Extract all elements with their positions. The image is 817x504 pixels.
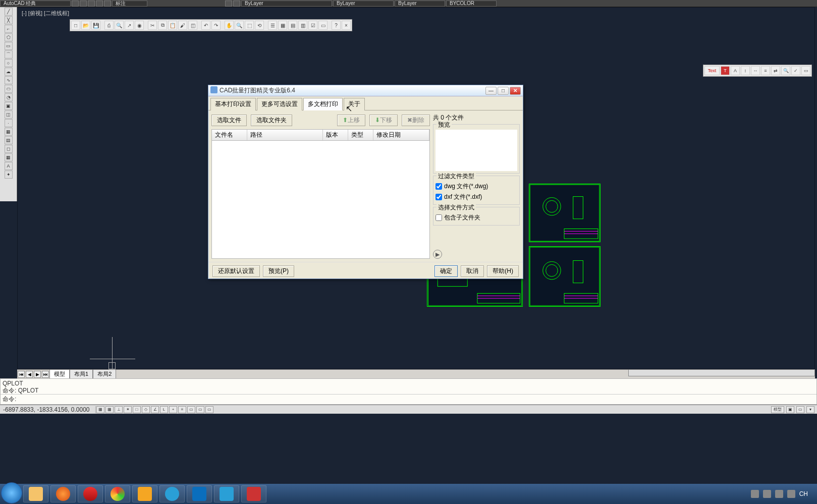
layer-color-combo[interactable]: ByLayer [241,1,332,7]
ime-indicator[interactable]: CH [799,490,808,497]
col-version[interactable]: 版本 [323,130,348,140]
workspace-combo[interactable]: AutoCAD 经典 [0,1,71,7]
checkbox-dxf-input[interactable] [435,194,442,200]
tab-nav-prev-icon[interactable]: ◀ [26,371,33,378]
col-type[interactable]: 类型 [348,130,373,140]
osnap-toggle[interactable]: □ [133,406,141,413]
paste-icon[interactable]: 📋 [168,21,177,30]
preview-icon[interactable]: 🔍 [115,21,124,30]
construction-line-tool[interactable]: ╳ [5,16,13,24]
point-tool[interactable]: · [5,119,13,127]
tab-nav-last-icon[interactable]: ⏭ [42,371,49,378]
ducs-toggle[interactable]: L [160,406,168,413]
toolbar-icon[interactable] [72,1,79,7]
hatch-tool[interactable]: ▦ [5,128,13,136]
taskbar-explorer[interactable] [23,485,48,502]
help-button[interactable]: 帮助(H) [487,265,519,277]
sc-toggle[interactable]: ▭ [205,406,213,413]
sheet-set-icon[interactable]: ▥ [298,21,307,30]
qp-toggle[interactable]: ▭ [196,406,204,413]
restore-defaults-button[interactable]: 还原默认设置 [212,265,260,277]
cut-icon[interactable]: ✂ [148,21,157,30]
coordinates-readout[interactable]: -6897.8833, -1833.4156, 0.0000 [0,406,96,413]
gradient-tool[interactable]: ▤ [5,136,13,144]
toolbar-icon[interactable] [80,1,87,7]
checkbox-subfolder-input[interactable] [435,214,442,221]
find-icon[interactable]: 🔍 [781,66,790,75]
layout-tab-model[interactable]: 模型 [49,369,70,379]
ok-button[interactable]: 确定 [434,265,458,277]
publish-icon[interactable]: ↗ [125,21,134,30]
tpy-toggle[interactable]: ▭ [187,406,195,413]
tray-icon[interactable] [787,490,795,498]
properties-icon[interactable]: ☰ [268,21,277,30]
undo-icon[interactable]: ↶ [201,21,210,30]
lineweight-combo[interactable]: ByLayer [395,1,445,7]
design-center-icon[interactable]: ▦ [278,21,287,30]
toolbar-icon[interactable] [88,1,95,7]
tab-basic-print[interactable]: 基本打印设置 [210,98,256,110]
close-button[interactable]: ✕ [510,87,521,95]
region-tool[interactable]: ◻ [5,145,13,153]
tray-icon[interactable] [775,490,783,498]
toolbar-icon[interactable] [233,1,240,7]
polyline-tool[interactable]: ⌐ [5,25,13,33]
text-label-icon[interactable]: Text [704,66,720,75]
block-editor-icon[interactable]: ◫ [188,21,197,30]
status-icon[interactable]: ▾ [806,406,814,413]
mtext-tool[interactable]: A [5,162,13,170]
taskbar-app[interactable] [187,485,212,502]
layer-linetype-combo[interactable]: ByLayer [333,1,394,7]
ellipse-arc-tool[interactable]: ◔ [5,93,13,101]
copy-icon[interactable]: ⧉ [158,21,167,30]
lwt-toggle[interactable]: ≡ [178,406,186,413]
save-icon[interactable]: 💾 [91,21,100,30]
status-icon[interactable]: ▭ [796,406,804,413]
quickcalc-icon[interactable]: ▭ [318,21,328,30]
spline-tool[interactable]: ∿ [5,76,13,84]
markup-icon[interactable]: ☑ [308,21,317,30]
col-filename[interactable]: 文件名 [212,130,247,140]
dialog-titlebar[interactable]: CAD批量打图精灵专业版6.4 — □ ✕ [208,85,523,96]
ellipse-tool[interactable]: ⬭ [5,85,13,93]
layout-tab-2[interactable]: 布局2 [93,369,116,379]
dyn-toggle[interactable]: + [169,406,177,413]
expand-arrow-button[interactable]: ▶ [433,250,442,259]
arc-tool[interactable]: ⌒ [5,50,13,59]
make-block-tool[interactable]: ◫ [5,110,13,119]
checkbox-dwg[interactable]: dwg 文件(*.dwg) [435,181,517,192]
move-up-button[interactable]: ⬆上移 [337,115,365,126]
taskbar-autocad[interactable] [241,485,266,502]
select-file-button[interactable]: 选取文件 [211,115,247,126]
taskbar-app[interactable] [105,485,130,502]
tab-more-options[interactable]: 更多可选设置 [257,98,302,110]
spell-icon[interactable]: ✓ [791,66,800,75]
ortho-toggle[interactable]: ⊥ [115,406,123,413]
tray-icon[interactable] [763,490,771,498]
insert-block-tool[interactable]: ▣ [5,102,13,110]
col-path[interactable]: 路径 [247,130,323,140]
annotation-combo[interactable]: 标注 [112,1,147,7]
file-list-body[interactable] [211,141,430,259]
taskbar-app[interactable] [159,485,185,502]
tab-nav-next-icon[interactable]: ▶ [34,371,41,378]
line-tool[interactable]: ╱ [5,8,13,16]
plotstyle-combo[interactable]: BYCOLOR [446,1,497,7]
taskbar-ccleaner[interactable] [78,485,103,502]
text-tool-icon[interactable]: T [721,66,730,75]
viewport-label[interactable]: [-] [俯视] [二维线框] [22,10,69,17]
grid-toggle[interactable]: ▦ [105,406,114,413]
status-icon[interactable]: ▣ [786,406,794,413]
help-icon[interactable]: ? [332,21,341,30]
match-prop-icon[interactable]: 🖌 [178,21,187,30]
minimize-button[interactable]: — [485,87,497,95]
text-scale-icon[interactable]: ↔ [751,66,760,75]
start-button[interactable] [1,482,22,503]
tool-palette-icon[interactable]: ▤ [288,21,297,30]
toolbar-icon[interactable] [104,1,111,7]
move-down-button[interactable]: ⬇下移 [369,115,398,126]
taskbar-app[interactable] [132,485,157,502]
checkbox-dxf[interactable]: dxf 文件(*.dxf) [435,192,517,202]
open-icon[interactable]: 📂 [81,21,90,30]
circle-tool[interactable]: ○ [5,59,13,67]
